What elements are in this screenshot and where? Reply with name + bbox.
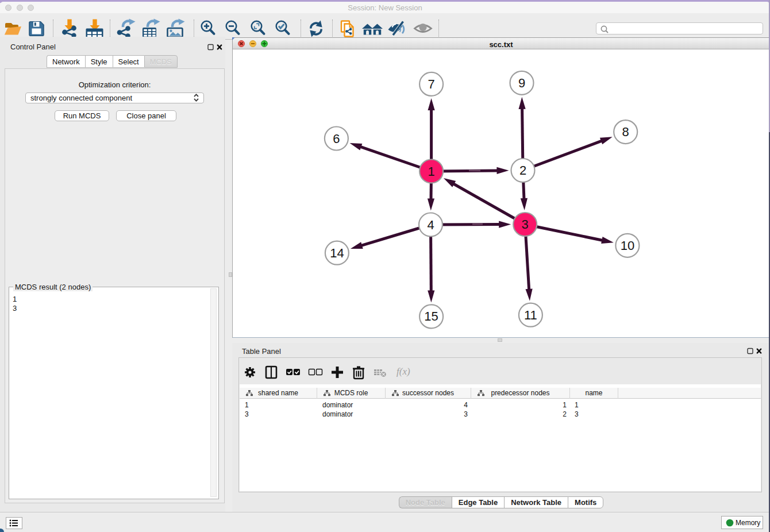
svg-text:8: 8 [622, 125, 629, 139]
svg-text:4: 4 [427, 218, 434, 232]
svg-text:11: 11 [524, 308, 537, 322]
svg-text:10: 10 [621, 238, 634, 253]
svg-text:1: 1 [428, 164, 434, 179]
svg-text:2: 2 [519, 163, 526, 178]
svg-text:15: 15 [424, 309, 438, 323]
svg-text:3: 3 [522, 217, 529, 232]
svg-text:9: 9 [518, 76, 525, 90]
svg-text:6: 6 [333, 132, 340, 146]
svg-text:14: 14 [330, 246, 344, 260]
svg-text:7: 7 [428, 77, 434, 91]
